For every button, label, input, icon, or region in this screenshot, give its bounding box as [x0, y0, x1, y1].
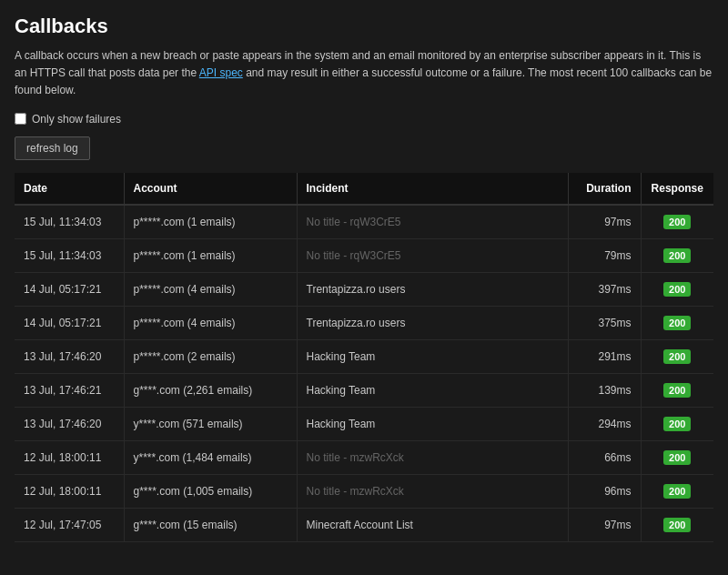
cell-response: 200 — [641, 205, 713, 239]
table-row: 15 Jul, 11:34:03p*****.com (1 emails)No … — [15, 238, 713, 272]
show-failures-label[interactable]: Only show failures — [32, 113, 121, 126]
response-badge: 200 — [663, 383, 691, 398]
cell-duration: 79ms — [568, 238, 641, 272]
cell-duration: 97ms — [568, 205, 641, 239]
cell-duration: 66ms — [568, 440, 641, 474]
cell-account: p*****.com (1 emails) — [124, 238, 297, 272]
table-row: 14 Jul, 05:17:21p*****.com (4 emails)Tre… — [15, 306, 713, 339]
cell-date: 14 Jul, 05:17:21 — [15, 306, 124, 339]
header-date: Date — [15, 173, 124, 205]
table-row: 14 Jul, 05:17:21p*****.com (4 emails)Tre… — [15, 272, 713, 306]
table-row: 12 Jul, 18:00:11g****.com (1,005 emails)… — [15, 474, 713, 508]
cell-duration: 97ms — [568, 508, 641, 541]
refresh-log-button[interactable]: refresh log — [15, 136, 90, 160]
cell-duration: 294ms — [568, 407, 641, 440]
cell-date: 13 Jul, 17:46:20 — [15, 407, 124, 440]
cell-date: 12 Jul, 18:00:11 — [15, 474, 124, 508]
header-incident: Incident — [297, 173, 568, 205]
response-badge: 200 — [663, 215, 691, 229]
cell-response: 200 — [641, 373, 713, 407]
cell-account: g****.com (15 emails) — [124, 508, 297, 541]
cell-account: g****.com (2,261 emails) — [124, 373, 297, 407]
response-badge: 200 — [663, 349, 691, 364]
response-badge: 200 — [663, 316, 691, 330]
cell-incident: Hacking Team — [297, 407, 568, 440]
cell-account: g****.com (1,005 emails) — [124, 474, 297, 508]
header-duration: Duration — [568, 173, 641, 205]
cell-incident: Minecraft Account List — [297, 508, 568, 541]
filter-row: Only show failures — [15, 113, 713, 126]
cell-incident: Hacking Team — [297, 373, 568, 407]
table-row: 13 Jul, 17:46:21g****.com (2,261 emails)… — [15, 373, 713, 407]
cell-incident: No title - mzwRcXck — [297, 440, 568, 474]
cell-duration: 291ms — [568, 339, 641, 373]
cell-incident: Hacking Team — [297, 339, 568, 373]
header-response: Response — [641, 173, 713, 205]
cell-date: 13 Jul, 17:46:21 — [15, 373, 124, 407]
table-header-row: Date Account Incident Duration Response — [15, 173, 713, 205]
cell-account: y****.com (1,484 emails) — [124, 440, 297, 474]
cell-incident: No title - rqW3CrE5 — [297, 205, 568, 239]
response-badge: 200 — [663, 282, 691, 297]
cell-date: 14 Jul, 05:17:21 — [15, 272, 124, 306]
cell-duration: 397ms — [568, 272, 641, 306]
cell-date: 15 Jul, 11:34:03 — [15, 205, 124, 239]
cell-date: 15 Jul, 11:34:03 — [15, 238, 124, 272]
cell-response: 200 — [641, 238, 713, 272]
cell-account: p*****.com (4 emails) — [124, 272, 297, 306]
table-row: 15 Jul, 11:34:03p*****.com (1 emails)No … — [15, 205, 713, 239]
cell-response: 200 — [641, 407, 713, 440]
cell-account: p*****.com (4 emails) — [124, 306, 297, 339]
response-badge: 200 — [663, 450, 691, 465]
page-description: A callback occurs when a new breach or p… — [15, 47, 713, 100]
cell-response: 200 — [641, 272, 713, 306]
response-badge: 200 — [663, 484, 691, 499]
cell-duration: 375ms — [568, 306, 641, 339]
cell-account: p*****.com (1 emails) — [124, 205, 297, 239]
table-row: 12 Jul, 17:47:05g****.com (15 emails)Min… — [15, 508, 713, 541]
show-failures-checkbox[interactable] — [15, 113, 26, 125]
cell-date: 12 Jul, 18:00:11 — [15, 440, 124, 474]
cell-incident: Trentapizza.ro users — [297, 272, 568, 306]
cell-date: 12 Jul, 17:47:05 — [15, 508, 124, 541]
response-badge: 200 — [663, 417, 691, 431]
cell-response: 200 — [641, 339, 713, 373]
callbacks-table: Date Account Incident Duration Response … — [15, 173, 713, 542]
cell-account: p*****.com (2 emails) — [124, 339, 297, 373]
cell-incident: No title - mzwRcXck — [297, 474, 568, 508]
cell-incident: No title - rqW3CrE5 — [297, 238, 568, 272]
table-row: 12 Jul, 18:00:11y****.com (1,484 emails)… — [15, 440, 713, 474]
response-badge: 200 — [663, 248, 691, 263]
table-row: 13 Jul, 17:46:20y****.com (571 emails)Ha… — [15, 407, 713, 440]
cell-response: 200 — [641, 508, 713, 541]
cell-duration: 139ms — [568, 373, 641, 407]
cell-response: 200 — [641, 306, 713, 339]
cell-duration: 96ms — [568, 474, 641, 508]
response-badge: 200 — [663, 518, 691, 532]
page-title: Callbacks — [15, 15, 713, 38]
cell-account: y****.com (571 emails) — [124, 407, 297, 440]
cell-incident: Trentapizza.ro users — [297, 306, 568, 339]
api-spec-link[interactable]: API spec — [199, 66, 243, 79]
table-row: 13 Jul, 17:46:20p*****.com (2 emails)Hac… — [15, 339, 713, 373]
cell-response: 200 — [641, 440, 713, 474]
cell-response: 200 — [641, 474, 713, 508]
cell-date: 13 Jul, 17:46:20 — [15, 339, 124, 373]
header-account: Account — [124, 173, 297, 205]
